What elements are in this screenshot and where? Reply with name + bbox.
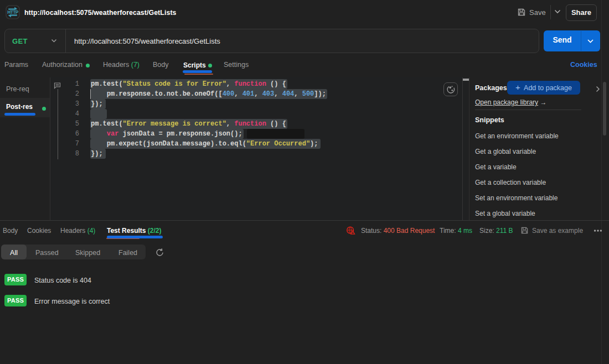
svg-text:HTTP: HTTP	[7, 9, 18, 15]
